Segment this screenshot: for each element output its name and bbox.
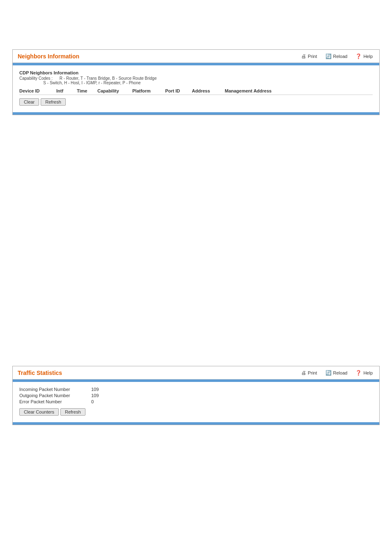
neighbors-action-buttons: Clear Refresh <box>19 98 373 106</box>
capability-codes-line2: S - Switch, H - Host, I - IGMP, r - Repe… <box>43 81 141 85</box>
col-intf: Intf <box>56 88 77 93</box>
stats-label-2: Error Packet Number <box>19 399 91 404</box>
neighbors-panel-title: Neighbors Information <box>18 53 79 60</box>
help-label: Help <box>363 54 373 59</box>
col-management-address: Management Address <box>225 88 286 93</box>
cdp-section-title: CDP Neighbors Information <box>19 70 373 75</box>
traffic-panel-body: Incoming Packet Number 109 Outgoing Pack… <box>13 382 379 422</box>
traffic-panel-header: Traffic Statistics Print Reload Help <box>13 366 379 379</box>
neighbors-info-section: CDP Neighbors Information Capability Cod… <box>19 70 373 85</box>
traffic-panel-title: Traffic Statistics <box>18 370 62 376</box>
neighbors-panel-body: CDP Neighbors Information Capability Cod… <box>13 65 379 112</box>
col-time: Time <box>77 88 97 93</box>
print-label: Print <box>308 54 317 59</box>
neighbors-table-header: Device ID Intf Time Capability Platform … <box>19 88 373 95</box>
traffic-print-icon <box>301 370 306 376</box>
page-spacer <box>12 127 380 366</box>
stats-value-1: 109 <box>91 393 112 398</box>
stats-row: Error Packet Number 0 <box>19 399 373 404</box>
traffic-panel: Traffic Statistics Print Reload Help <box>12 366 380 425</box>
neighbors-refresh-button[interactable]: Refresh <box>41 98 66 106</box>
clear-counters-button[interactable]: Clear Counters <box>19 408 59 416</box>
capability-codes: Capability Codes : R - Router, T - Trans… <box>19 76 373 85</box>
traffic-blue-bar-bottom <box>13 422 379 425</box>
traffic-reload-label: Reload <box>333 370 348 375</box>
traffic-refresh-button[interactable]: Refresh <box>60 408 85 416</box>
reload-label: Reload <box>333 54 348 59</box>
neighbors-reload-button[interactable]: Reload <box>324 52 349 60</box>
print-icon <box>301 53 306 59</box>
traffic-stats-table: Incoming Packet Number 109 Outgoing Pack… <box>19 387 373 404</box>
col-device-id: Device ID <box>19 88 56 93</box>
help-icon <box>355 53 362 59</box>
traffic-reload-icon <box>325 370 332 376</box>
stats-label-0: Incoming Packet Number <box>19 387 91 392</box>
stats-value-0: 109 <box>91 387 112 392</box>
stats-value-2: 0 <box>91 399 112 404</box>
traffic-action-buttons: Clear Counters Refresh <box>19 408 373 416</box>
reload-icon <box>325 53 332 59</box>
traffic-help-icon <box>355 370 362 376</box>
col-address: Address <box>192 88 225 93</box>
traffic-print-label: Print <box>308 370 317 375</box>
neighbors-panel-header: Neighbors Information Print Reload Help <box>13 50 379 63</box>
neighbors-clear-button[interactable]: Clear <box>19 98 39 106</box>
neighbors-help-button[interactable]: Help <box>354 52 374 60</box>
col-platform: Platform <box>132 88 165 93</box>
col-port-id: Port ID <box>165 88 192 93</box>
col-capability: Capability <box>97 88 132 93</box>
traffic-toolbar: Print Reload Help <box>300 369 374 377</box>
traffic-print-button[interactable]: Print <box>300 369 319 377</box>
traffic-help-button[interactable]: Help <box>354 369 374 377</box>
traffic-help-label: Help <box>363 370 373 375</box>
neighbors-print-button[interactable]: Print <box>300 52 319 60</box>
stats-row: Outgoing Packet Number 109 <box>19 393 373 398</box>
traffic-reload-button[interactable]: Reload <box>324 369 349 377</box>
neighbors-toolbar: Print Reload Help <box>300 52 374 60</box>
stats-label-1: Outgoing Packet Number <box>19 393 91 398</box>
capability-codes-line1: R - Router, T - Trans Bridge, B - Source… <box>60 76 157 81</box>
traffic-panel-wrapper: Traffic Statistics Print Reload Help <box>12 366 380 433</box>
neighbors-blue-bar-bottom <box>13 112 379 115</box>
neighbors-panel: Neighbors Information Print Reload Help <box>12 49 380 115</box>
stats-row: Incoming Packet Number 109 <box>19 387 373 392</box>
capability-codes-label: Capability Codes : <box>19 76 53 81</box>
